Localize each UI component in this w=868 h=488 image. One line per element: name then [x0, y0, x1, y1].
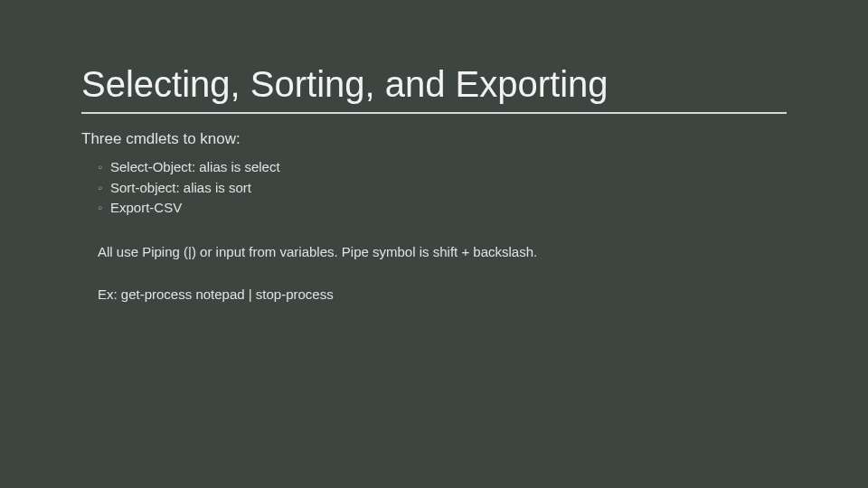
- list-item-text: Sort-object: alias is sort: [110, 180, 251, 195]
- example-line: Ex: get-process notepad | stop-process: [98, 285, 787, 304]
- list-item: ◦Sort-object: alias is sort: [98, 178, 787, 199]
- bullet-mark-icon: ◦: [98, 157, 110, 178]
- title-underline: [81, 112, 787, 114]
- list-item: ◦Select-Object: alias is select: [98, 157, 787, 178]
- intro-text: Three cmdlets to know:: [81, 130, 787, 148]
- bullet-mark-icon: ◦: [98, 198, 110, 219]
- piping-note: All use Piping (|) or input from variabl…: [98, 242, 787, 261]
- bullet-mark-icon: ◦: [98, 178, 110, 199]
- slide: Selecting, Sorting, and Exporting Three …: [0, 0, 868, 488]
- bullet-list: ◦Select-Object: alias is select ◦Sort-ob…: [81, 157, 787, 219]
- list-item-text: Export-CSV: [110, 200, 182, 215]
- list-item: ◦Export-CSV: [98, 198, 787, 219]
- slide-title: Selecting, Sorting, and Exporting: [81, 63, 787, 105]
- list-item-text: Select-Object: alias is select: [110, 159, 280, 174]
